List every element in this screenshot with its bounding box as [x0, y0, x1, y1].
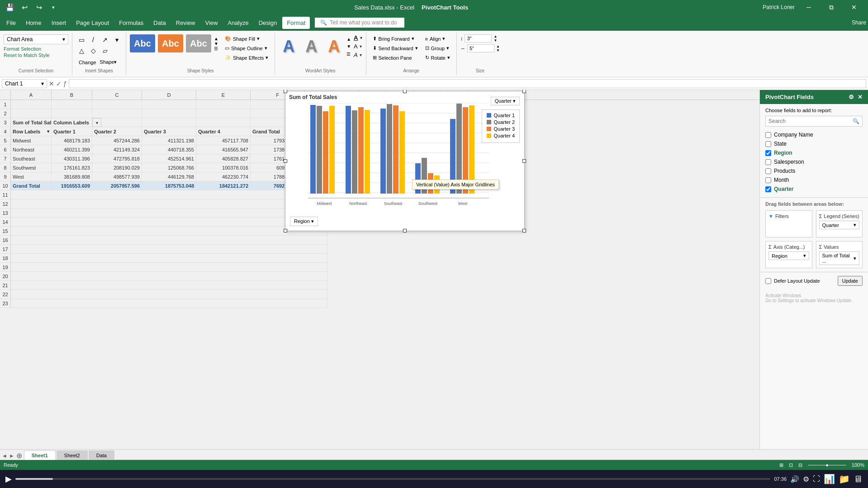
- group-button[interactable]: ⊡ Group ▾: [422, 44, 453, 52]
- field-company-name[interactable]: Company Name: [765, 130, 863, 139]
- cell-A5[interactable]: Midwest: [11, 136, 52, 145]
- row-9[interactable]: 9: [0, 172, 11, 181]
- row-6[interactable]: 6: [0, 145, 11, 154]
- row-11[interactable]: 11: [0, 190, 11, 199]
- cell-C2[interactable]: [92, 109, 142, 118]
- styles-scroll-down[interactable]: ▼: [214, 41, 218, 46]
- triangle-shape[interactable]: △: [76, 45, 87, 56]
- shape-fill-button[interactable]: 🎨 Shape Fill ▾: [222, 34, 271, 43]
- chart-area-dropdown[interactable]: Chart Area ▾: [4, 34, 68, 44]
- cell-D2[interactable]: [142, 109, 196, 118]
- field-state-checkbox[interactable]: [765, 141, 771, 147]
- quarter-dropdown[interactable]: Quarter ▾: [491, 97, 520, 105]
- cancel-formula-icon[interactable]: ✕: [49, 80, 54, 87]
- cell-C3[interactable]: [101, 118, 142, 127]
- cell-C10[interactable]: 2057957.596: [92, 181, 142, 190]
- cell-E2[interactable]: [196, 109, 251, 118]
- cell-A8[interactable]: Southwest: [11, 163, 52, 172]
- cell-E8[interactable]: 100378.016: [196, 163, 251, 172]
- style-preset-2[interactable]: Abc: [158, 34, 183, 52]
- cell-C4[interactable]: Quarter 2: [92, 127, 142, 136]
- cell-D5[interactable]: 411321.198: [142, 136, 196, 145]
- change-shape-button[interactable]: ChangeShape▾: [76, 58, 119, 66]
- field-salesperson-checkbox[interactable]: [765, 159, 771, 165]
- field-region-checkbox[interactable]: [765, 150, 771, 156]
- cell-A9[interactable]: West: [11, 172, 52, 181]
- update-button[interactable]: Update: [838, 276, 863, 286]
- width-down[interactable]: ▼: [496, 48, 500, 52]
- cell-A3[interactable]: Sum of Total Sales: [11, 118, 52, 127]
- chart-container[interactable]: Sum of Total Sales Quarter ▾ 500000: [285, 91, 525, 231]
- styles-scroll-up[interactable]: ▲: [214, 36, 218, 41]
- field-month-checkbox[interactable]: [765, 177, 771, 183]
- restore-button[interactable]: ⧉: [821, 0, 842, 14]
- cell-D6[interactable]: 440718.355: [142, 145, 196, 154]
- reset-to-match-style-link[interactable]: Reset to Match Style: [4, 52, 68, 58]
- col-A[interactable]: A: [11, 90, 52, 99]
- shape-outline-button[interactable]: ▭ Shape Outline ▾: [222, 44, 271, 52]
- cell-C5[interactable]: 457244.286: [92, 136, 142, 145]
- sheet-tab-sheet2[interactable]: Sheet2: [57, 450, 88, 460]
- cell-B7[interactable]: 430311.396: [52, 154, 92, 163]
- cell-B5[interactable]: 468179.183: [52, 136, 92, 145]
- cell-D3[interactable]: [142, 118, 196, 127]
- wordart-style-3[interactable]: A: [324, 37, 344, 57]
- bring-forward-button[interactable]: ⬆ Bring Forward ▾: [370, 34, 421, 43]
- tab-home[interactable]: Home: [21, 17, 46, 29]
- parallelogram-shape[interactable]: ▱: [100, 45, 110, 56]
- cell-A4[interactable]: Row Labels▾: [11, 127, 52, 136]
- row-8[interactable]: 8: [0, 163, 11, 172]
- minimize-button[interactable]: ─: [798, 0, 819, 14]
- close-button[interactable]: ✕: [844, 0, 864, 14]
- cell-E10[interactable]: 1842121.272: [196, 181, 251, 190]
- row-10[interactable]: 10: [0, 181, 11, 190]
- chart-handle-mr[interactable]: [522, 159, 526, 163]
- diamond-shape[interactable]: ◇: [88, 45, 99, 56]
- save-icon[interactable]: 💾: [4, 1, 16, 14]
- row-16[interactable]: 16: [0, 236, 11, 245]
- field-region[interactable]: Region: [765, 148, 863, 157]
- text-effects-button[interactable]: A ▾: [354, 52, 362, 58]
- row-7[interactable]: 7: [0, 154, 11, 163]
- height-up[interactable]: ▲: [493, 34, 497, 38]
- insert-function-icon[interactable]: ƒ: [63, 80, 67, 87]
- format-selection-link[interactable]: Format Selection: [4, 46, 68, 52]
- chart-handle-tc[interactable]: [403, 90, 407, 93]
- chart-handle-br[interactable]: [522, 229, 526, 232]
- cell-E4[interactable]: Quarter 4: [196, 127, 251, 136]
- wordart-style-1[interactable]: A: [279, 37, 299, 57]
- field-company-name-checkbox[interactable]: [765, 132, 771, 138]
- field-quarter[interactable]: Quarter: [765, 185, 863, 194]
- field-month[interactable]: Month: [765, 175, 863, 185]
- cell-D10[interactable]: 1875753.048: [142, 181, 196, 190]
- tab-file[interactable]: File: [2, 17, 20, 29]
- height-input[interactable]: [465, 34, 492, 43]
- text-fill-button[interactable]: A ▾: [354, 34, 362, 41]
- wordart-style-2[interactable]: A: [301, 37, 321, 57]
- tell-me-box[interactable]: 🔍 Tell me what you want to do: [314, 17, 405, 28]
- row-13[interactable]: 13: [0, 208, 11, 218]
- pivot-search-input[interactable]: [768, 118, 850, 124]
- style-preset-3[interactable]: Abc: [186, 34, 211, 52]
- cell-B8[interactable]: 176161.823: [52, 163, 92, 172]
- row-21[interactable]: 21: [0, 281, 11, 290]
- volume-icon[interactable]: 🔊: [790, 475, 799, 483]
- tab-format[interactable]: Format: [282, 17, 310, 29]
- field-salesperson[interactable]: Salesperson: [765, 157, 863, 166]
- zoom-slider[interactable]: ─────●─────: [808, 462, 846, 468]
- cell-D8[interactable]: 125068.766: [142, 163, 196, 172]
- cell-C7[interactable]: 472795.818: [92, 154, 142, 163]
- line-shape[interactable]: /: [88, 34, 99, 45]
- tab-insert[interactable]: Insert: [47, 17, 71, 29]
- cell-B9[interactable]: 381689.808: [52, 172, 92, 181]
- row-15[interactable]: 15: [0, 227, 11, 236]
- field-state[interactable]: State: [765, 139, 863, 148]
- row-14[interactable]: 14: [0, 218, 11, 227]
- pivot-search-box[interactable]: 🔍: [765, 116, 863, 127]
- fullscreen-icon[interactable]: ⛶: [813, 475, 820, 483]
- pivot-close-icon[interactable]: ✕: [858, 94, 863, 100]
- cell-B4[interactable]: Quarter 1: [52, 127, 92, 136]
- col-D[interactable]: D: [142, 90, 196, 99]
- rotate-button[interactable]: ↻ Rotate ▾: [422, 53, 453, 62]
- cell-C8[interactable]: 208190.029: [92, 163, 142, 172]
